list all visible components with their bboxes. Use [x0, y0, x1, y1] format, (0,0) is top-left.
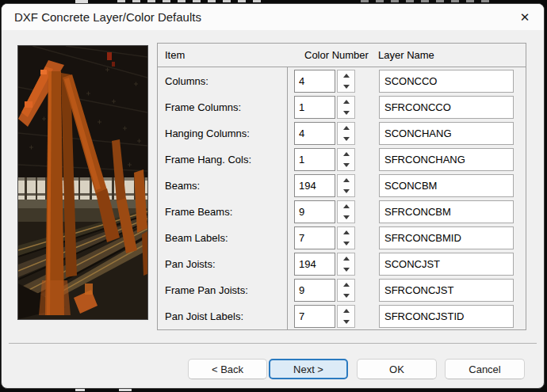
spinner-up-button[interactable] — [338, 97, 354, 108]
layer-name-input[interactable] — [379, 305, 514, 328]
spinner-arrows — [337, 70, 355, 93]
cancel-button[interactable]: Cancel — [445, 359, 525, 379]
spinner-down-button[interactable] — [338, 212, 354, 223]
table-row: Pan Joists: — [158, 251, 526, 277]
spinner-up-button[interactable] — [338, 149, 354, 160]
color-number-input[interactable] — [294, 70, 335, 93]
up-arrow-icon — [343, 309, 350, 313]
table-row: Frame Columns: — [158, 94, 526, 120]
spinner-up-button[interactable] — [338, 306, 354, 317]
item-label: Hanging Columns: — [165, 120, 250, 147]
down-arrow-icon — [343, 163, 350, 167]
spinner-arrows — [337, 148, 355, 171]
table-rows: Columns: Frame Columns: — [158, 68, 526, 329]
item-label: Columns: — [165, 68, 208, 94]
layer-name-input[interactable] — [379, 174, 514, 197]
spinner-up-button[interactable] — [338, 227, 354, 238]
spinner-down-button[interactable] — [338, 134, 354, 145]
up-arrow-icon — [343, 178, 350, 182]
up-arrow-icon — [343, 126, 350, 130]
spinner-arrows — [337, 96, 355, 119]
spinner-arrows — [337, 279, 355, 302]
color-number-spinner — [294, 70, 355, 93]
titlebar[interactable]: DXF Concrete Layer/Color Defaults ✕ — [2, 4, 544, 30]
close-button[interactable]: ✕ — [515, 8, 534, 27]
layer-name-input[interactable] — [379, 226, 514, 249]
down-arrow-icon — [343, 294, 350, 298]
table-row: Columns: — [158, 68, 526, 94]
table-row: Frame Hang. Cols: — [158, 147, 526, 173]
layer-name-input[interactable] — [379, 200, 514, 223]
down-arrow-icon — [343, 189, 350, 193]
up-arrow-icon — [343, 257, 350, 261]
color-number-input[interactable] — [294, 174, 335, 197]
spinner-up-button[interactable] — [338, 123, 354, 134]
spinner-arrows — [337, 122, 355, 145]
color-number-input[interactable] — [294, 200, 335, 223]
spinner-up-button[interactable] — [338, 253, 354, 265]
spinner-down-button[interactable] — [338, 265, 354, 276]
preview-photo — [17, 45, 148, 320]
back-button[interactable]: < Back — [188, 359, 267, 379]
defaults-panel: Item Color Number Layer Name Columns: Fr… — [157, 43, 526, 330]
spinner-down-button[interactable] — [338, 186, 354, 197]
down-arrow-icon — [343, 320, 350, 324]
up-arrow-icon — [343, 204, 350, 208]
layer-name-input[interactable] — [379, 279, 514, 302]
spinner-down-button[interactable] — [338, 238, 354, 249]
spinner-down-button[interactable] — [338, 160, 354, 171]
item-label: Frame Hang. Cols: — [165, 147, 251, 173]
color-number-input[interactable] — [294, 305, 335, 328]
layer-name-input[interactable] — [379, 253, 514, 276]
up-arrow-icon — [343, 74, 350, 78]
background-window-artifact — [119, 389, 132, 391]
down-arrow-icon — [343, 215, 350, 219]
color-number-input[interactable] — [294, 226, 335, 249]
spinner-up-button[interactable] — [338, 280, 354, 291]
color-number-input[interactable] — [294, 253, 335, 276]
ok-button[interactable]: OK — [357, 359, 437, 379]
spinner-up-button[interactable] — [338, 175, 354, 186]
spinner-down-button[interactable] — [338, 82, 354, 93]
color-number-input[interactable] — [294, 279, 335, 302]
layer-name-input[interactable] — [379, 148, 514, 171]
color-number-spinner — [294, 253, 355, 276]
item-label: Pan Joists: — [165, 251, 216, 277]
table-row: Hanging Columns: — [158, 120, 526, 147]
header-item: Item — [165, 44, 185, 67]
spinner-up-button[interactable] — [338, 201, 354, 212]
concrete-construction-photo-icon — [18, 46, 147, 319]
down-arrow-icon — [343, 111, 350, 115]
color-number-spinner — [294, 122, 355, 145]
next-button[interactable]: Next > — [269, 359, 348, 379]
button-separator — [9, 343, 537, 344]
dialog-title: DXF Concrete Layer/Color Defaults — [14, 4, 201, 30]
item-label: Frame Pan Joists: — [165, 277, 248, 303]
table-row: Pan Joist Labels: — [158, 303, 526, 329]
color-number-input[interactable] — [294, 148, 335, 171]
dxf-defaults-dialog: DXF Concrete Layer/Color Defaults ✕ — [1, 3, 545, 389]
up-arrow-icon — [343, 230, 350, 234]
color-number-input[interactable] — [294, 122, 335, 145]
close-icon: ✕ — [520, 10, 530, 24]
spinner-up-button[interactable] — [338, 70, 354, 82]
layer-name-input[interactable] — [379, 70, 514, 93]
table-row: Frame Pan Joists: — [158, 277, 526, 303]
spinner-down-button[interactable] — [338, 291, 354, 302]
up-arrow-icon — [343, 152, 350, 156]
layer-name-input[interactable] — [379, 96, 514, 119]
color-number-spinner — [294, 148, 355, 171]
color-number-spinner — [294, 305, 355, 328]
color-number-spinner — [294, 226, 355, 249]
table-row: Beam Labels: — [158, 225, 526, 251]
color-number-spinner — [294, 174, 355, 197]
background-window-artifact — [361, 0, 494, 2]
spinner-arrows — [337, 253, 355, 276]
spinner-down-button[interactable] — [338, 317, 354, 328]
item-label: Pan Joist Labels: — [165, 303, 243, 329]
layer-name-input[interactable] — [379, 122, 514, 145]
spinner-arrows — [337, 226, 355, 249]
color-number-input[interactable] — [294, 96, 335, 119]
down-arrow-icon — [343, 268, 350, 272]
spinner-down-button[interactable] — [338, 108, 354, 119]
